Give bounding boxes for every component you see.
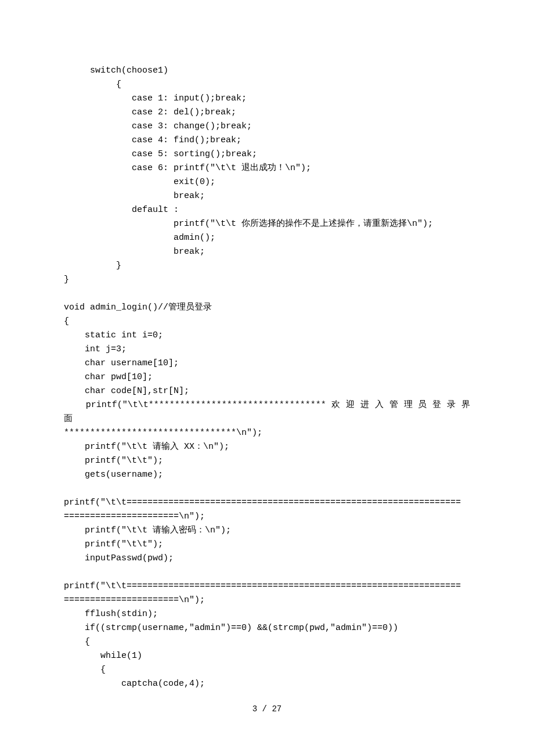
- code-line: if((strcmp(username,"admin")==0) &&(strc…: [64, 623, 398, 633]
- code-line: }: [64, 275, 69, 285]
- code-line: {: [64, 637, 90, 647]
- code-line: case 1: input();break;: [64, 93, 247, 103]
- code-line: char code[N],str[N];: [64, 386, 189, 396]
- code-line: static int i=0;: [64, 330, 163, 340]
- code-line: printf("\t\t 请输入 XX：\n");: [64, 442, 229, 452]
- code-line: printf("\t\t============================…: [64, 498, 461, 507]
- code-line: case 2: del();break;: [64, 107, 236, 117]
- code-line: *********************************\n");: [64, 428, 262, 438]
- code-line: printf("\t\t 你所选择的操作不是上述操作，请重新选择\n");: [64, 219, 433, 229]
- code-line: printf("\t\t");: [64, 539, 163, 549]
- code-line: void admin_login()//管理员登录: [64, 303, 212, 312]
- page-footer: 3 / 27: [0, 703, 534, 715]
- page-number: 3 / 27: [252, 704, 282, 714]
- code-line: admin();: [64, 233, 215, 243]
- code-line: captcha(code,4);: [64, 679, 205, 689]
- code-line: }: [64, 261, 121, 271]
- code-line: printf("\t\t****************************…: [64, 398, 470, 426]
- code-line: case 3: change();break;: [64, 121, 252, 131]
- code-line: int j=3;: [64, 344, 127, 354]
- code-line: ======================\n");: [64, 595, 205, 605]
- code-line: case 5: sorting();break;: [64, 149, 257, 159]
- code-line: default :: [64, 205, 179, 215]
- code-line: printf("\t\t 请输入密码：\n");: [64, 525, 231, 535]
- code-line: switch(choose1): [64, 66, 168, 75]
- code-line: printf("\t\t============================…: [64, 581, 461, 591]
- document-page: switch(choose1) { case 1: input();break;…: [0, 0, 534, 756]
- code-line: char pwd[10];: [64, 372, 153, 382]
- code-line: break;: [64, 247, 205, 257]
- code-line: {: [64, 665, 106, 675]
- code-line: break;: [64, 191, 205, 201]
- code-line: while(1): [64, 651, 142, 661]
- code-line: exit(0);: [64, 177, 215, 187]
- code-line: case 4: find();break;: [64, 135, 241, 145]
- code-line: {: [64, 80, 121, 89]
- code-line: char username[10];: [64, 358, 179, 368]
- code-line: gets(username);: [64, 470, 163, 480]
- code-line: fflush(stdin);: [64, 609, 158, 619]
- code-line: {: [64, 316, 69, 326]
- code-line: printf("\t\t");: [64, 456, 163, 466]
- code-line: inputPasswd(pwd);: [64, 553, 174, 563]
- code-line: case 6: printf("\t\t 退出成功！\n");: [64, 163, 311, 173]
- code-line: ======================\n");: [64, 512, 205, 521]
- code-block: switch(choose1) { case 1: input();break;…: [64, 64, 470, 691]
